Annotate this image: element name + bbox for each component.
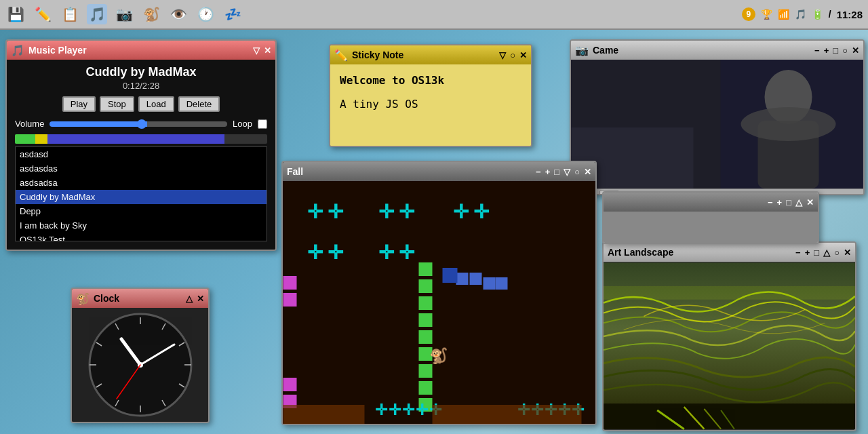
music-player-body: Cuddly by MadMax 0:12/2:28 Play Stop Loa… [7, 60, 275, 250]
taskbar-monkey-icon[interactable]: 🐒 [141, 4, 161, 24]
sec-minus-btn[interactable]: − [768, 197, 773, 208]
taskbar-sleep-icon[interactable]: 💤 [222, 4, 243, 24]
svg-rect-28 [443, 268, 458, 283]
sticky-note-title: Sticky Note [352, 50, 495, 60]
svg-text:✛: ✛ [307, 201, 323, 222]
svg-rect-21 [419, 330, 433, 344]
system-clock: 11:28 [837, 9, 863, 20]
song-title: Cuddly by MadMax [12, 65, 270, 79]
slash-separator: / [829, 9, 831, 20]
svg-rect-30 [496, 277, 508, 290]
playlist-item[interactable]: I am back by Sky [16, 218, 267, 233]
clock-title: Clock [94, 293, 182, 304]
playlist-item[interactable]: asdasdas [16, 161, 267, 176]
sec-plus-btn[interactable]: + [777, 197, 783, 208]
trophy-icon: 🏆 [761, 9, 772, 20]
volume-slider[interactable] [50, 121, 227, 127]
music-player-titlebar[interactable]: 🎵 Music Player ▽ ✕ [7, 41, 275, 60]
load-button[interactable]: Load [138, 96, 174, 112]
art-titlebar[interactable]: Art Landscape − + □ △ ○ ✕ [604, 243, 855, 262]
taskbar-camera-icon[interactable]: 📷 [114, 4, 134, 24]
sec-close-btn[interactable]: ✕ [806, 197, 814, 208]
art-minus-btn[interactable]: − [795, 248, 801, 258]
fall-game-titlebar[interactable]: Fall − + □ ▽ ○ ✕ [283, 162, 595, 181]
music-player-minimize-btn[interactable]: ▽ [253, 45, 260, 56]
sec-triangle-btn[interactable]: △ [795, 197, 802, 208]
camera-titlebar[interactable]: 📷 Came − + □ ○ ✕ [571, 41, 863, 60]
taskbar-paint-icon[interactable]: ✏️ [33, 4, 53, 24]
taskbar-clock-icon[interactable]: 🕐 [195, 4, 216, 24]
clock-icon: 🐒 [76, 292, 90, 305]
art-plus-btn[interactable]: + [805, 248, 810, 258]
music-player-title: Music Player [28, 45, 249, 56]
secondary-titlebar[interactable]: − + □ △ ✕ [604, 193, 818, 212]
art-circle-btn[interactable]: ○ [834, 248, 840, 258]
camera-close-btn[interactable]: ✕ [852, 45, 859, 56]
sticky-close-btn[interactable]: ✕ [519, 50, 527, 60]
camera-maximize-btn[interactable]: ○ [842, 45, 848, 56]
art-svg [604, 262, 855, 430]
sticky-maximize-btn[interactable]: ○ [510, 50, 515, 60]
taskbar-eye-icon[interactable]: 👁️ [168, 4, 189, 24]
progress-bar[interactable] [15, 134, 267, 144]
taskbar-file-icon[interactable]: 📋 [60, 4, 80, 24]
svg-text:✛: ✛ [416, 401, 429, 418]
svg-text:✛: ✛ [378, 201, 395, 222]
art-square-btn[interactable]: □ [814, 248, 819, 258]
playlist[interactable]: asdasd asdasdas asdsadsa Cuddly by MadMa… [15, 146, 267, 241]
playlist-item[interactable]: OS13k Test [16, 233, 267, 241]
fall-max-btn[interactable]: ○ [574, 167, 580, 177]
sec-square-btn[interactable]: □ [786, 197, 791, 208]
sticky-note-icon: ✏️ [334, 49, 348, 62]
clock-body [72, 308, 208, 422]
sticky-body[interactable]: Welcome to OS13k A tiny JS OS [330, 64, 531, 146]
delete-button[interactable]: Delete [178, 96, 220, 112]
music-player-close-btn[interactable]: ✕ [264, 45, 271, 56]
volume-label: Volume [15, 119, 44, 129]
svg-rect-29 [484, 277, 496, 290]
progress-green [15, 134, 35, 144]
fall-min-btn[interactable]: ▽ [564, 167, 570, 177]
clock-triangle-btn[interactable]: △ [186, 294, 193, 304]
camera-plus-btn[interactable]: + [824, 45, 829, 56]
stop-button[interactable]: Stop [100, 96, 134, 112]
fall-square-btn[interactable]: □ [554, 167, 559, 177]
art-triangle-btn[interactable]: △ [823, 248, 830, 258]
clock-titlebar[interactable]: 🐒 Clock △ ✕ [72, 289, 208, 308]
volume-row: Volume Loop [12, 119, 270, 129]
progress-yellow [35, 134, 48, 144]
taskbar-right: 9 🏆 📶 🎵 🔋 / 11:28 [742, 7, 863, 21]
camera-minus-btn[interactable]: − [814, 45, 820, 56]
sticky-note-window: ✏️ Sticky Note ▽ ○ ✕ Welcome to OS13k A … [329, 44, 532, 147]
sticky-line2: A tiny JS OS [340, 98, 521, 111]
playlist-item[interactable]: asdsadsa [16, 176, 267, 190]
svg-rect-19 [419, 296, 433, 310]
fall-game-title: Fall [287, 166, 532, 177]
svg-rect-47 [433, 405, 582, 424]
playlist-item-selected[interactable]: Cuddly by MadMax [16, 190, 267, 204]
sticky-minimize-btn[interactable]: ▽ [499, 50, 506, 60]
svg-text:✛: ✛ [328, 242, 344, 263]
loop-checkbox[interactable] [258, 119, 267, 129]
fall-game-body[interactable]: ✛ ✛ ✛ ✛ ✛ ✛ ✛ ✛ ✛ ✛ [283, 181, 595, 424]
play-button[interactable]: Play [62, 96, 96, 112]
camera-square-btn[interactable]: □ [833, 45, 838, 56]
art-close-btn[interactable]: ✕ [844, 248, 851, 258]
fall-minus-btn[interactable]: − [536, 167, 541, 177]
svg-rect-23 [419, 364, 433, 378]
taskbar-music-icon[interactable]: 🎵 [87, 4, 107, 24]
clock-close-btn[interactable]: ✕ [197, 294, 204, 304]
person-svg [571, 60, 863, 189]
svg-text:✛: ✛ [378, 242, 395, 263]
playlist-item[interactable]: asdasd [16, 147, 267, 161]
camera-feed [571, 60, 863, 189]
svg-rect-27 [470, 273, 482, 285]
sticky-note-titlebar[interactable]: ✏️ Sticky Note ▽ ○ ✕ [330, 45, 531, 64]
fall-game-window: Fall − + □ ▽ ○ ✕ ✛ ✛ ✛ ✛ ✛ ✛ ✛ ✛ ✛ ✛ [281, 161, 597, 425]
fall-close-btn[interactable]: ✕ [584, 167, 591, 177]
playlist-item[interactable]: Depp [16, 204, 267, 218]
svg-text:✛: ✛ [399, 242, 415, 263]
fall-plus-btn[interactable]: + [545, 167, 551, 177]
taskbar-save-icon[interactable]: 💾 [5, 4, 26, 24]
loop-label: Loop [233, 119, 252, 129]
